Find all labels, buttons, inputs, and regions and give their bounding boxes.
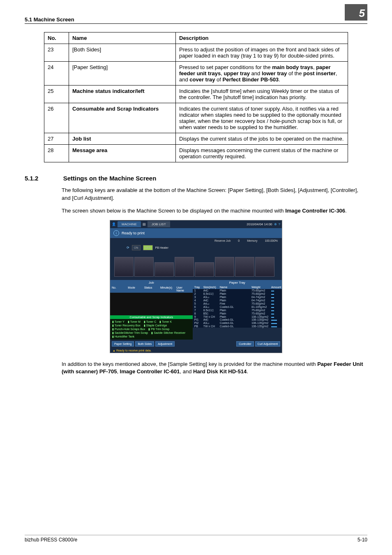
table-row: 23[Both Sides]Press to adjust the positi…	[44, 44, 348, 62]
tray-row: 4A4▯Plain64-74g/m2▬	[193, 299, 282, 302]
refresh-icon[interactable]: ⟳	[127, 246, 129, 250]
info-icon: i	[113, 230, 119, 236]
tray-row: 5A4▭Fine75-80g/m2▬	[193, 302, 282, 305]
reserve-job-label: Reserve Job	[214, 239, 231, 242]
section-heading: 5.1.2 Settings on the Machine Screen	[25, 175, 367, 182]
memory-label: Memory	[247, 239, 257, 242]
tab-machine[interactable]: MACHINE	[118, 221, 141, 227]
table-row: 25Machine status indicator/leftIndicates…	[44, 86, 348, 103]
machine-diagram	[114, 252, 274, 277]
col-name: Name	[69, 32, 176, 44]
adjustment-button[interactable]: Adjustment	[155, 341, 175, 347]
col-no: No.	[44, 32, 69, 44]
section-title: Settings on the Machine Screen	[63, 175, 157, 182]
tab-job-list[interactable]: JOB LIST	[148, 221, 170, 227]
col-desc: Description	[176, 32, 348, 44]
memory-percent: 100.000%	[265, 239, 278, 242]
tray-row: 28.5x11▯Plain75-80g/m2▬	[193, 292, 282, 296]
curl-adjustment-button[interactable]: Curl Adjustment	[255, 341, 280, 347]
paragraph-2: The screen shown below is the Machine Sc…	[62, 207, 367, 215]
consumable-item: ▮ PB Trim Scrap	[148, 328, 169, 331]
consumable-item: ▮ Toner C	[144, 320, 156, 324]
consumable-item: ▮ Toner M	[128, 320, 141, 324]
machine-screen-screenshot: 👤 MACHINE ▤ JOB LIST 2010/04/04 14:00 ⊕ …	[110, 220, 282, 353]
table-row: 24[Paper Setting]Pressed to set paper co…	[44, 62, 348, 86]
heater-on-button[interactable]: ON	[132, 245, 141, 250]
paper-tray-header: Paper Tray	[193, 280, 282, 285]
consumable-item: ▮ Toner K	[159, 320, 172, 324]
message-area: i Ready to print	[110, 228, 282, 238]
consumable-item: ▮ Humidifier Tank	[112, 335, 134, 338]
tray-row: 78.5x11▯Plain75-80g/m2▬	[193, 309, 282, 312]
controller-button[interactable]: Controller	[236, 341, 254, 347]
header-section-label: 5.1 Machine Screen	[25, 16, 345, 23]
paragraph-3: In addition to the keys mentioned above,…	[62, 361, 367, 376]
chapter-number-badge: 5	[345, 4, 367, 21]
table-row: 27Job listDisplays the current status of…	[44, 133, 348, 145]
consumable-item: ▮ Saddle Stitcher Receiver	[151, 331, 185, 335]
paragraph-1: The following keys are available at the …	[62, 187, 367, 202]
tray-row: PBTW x CHCoated-GL106-135g/m2▬▬	[193, 325, 282, 328]
tray-columns: TraySize(inch)NameWeightAmount	[193, 285, 282, 289]
person-icon: 👤	[112, 222, 116, 226]
section-number: 5.1.2	[25, 175, 62, 182]
tray-row: 9TW x CHPlain106-135g/m2▬	[193, 315, 282, 318]
timestamp: 2010/04/04 14:00	[247, 222, 272, 226]
heater-off-button[interactable]: OFF	[143, 245, 153, 250]
table-row: 28Message areaDisplays messages concerni…	[44, 145, 348, 162]
reserve-job-count: 0	[238, 239, 240, 242]
consumable-item: ▮ Staple Cartridge	[144, 324, 167, 327]
tray-row: 6A3▭Coated-GL81-105g/m2▬	[193, 305, 282, 309]
table-row: 26Consumable and Scrap IndicatorsIndicat…	[44, 103, 348, 133]
page-footer: bizhub PRESS C8000/e 5-10	[25, 535, 367, 543]
consumable-item: ▮ Toner Y	[112, 320, 125, 324]
tray-row: 8B5▯Plain75-80g/m2▬	[193, 312, 282, 315]
footer-page-number: 5-10	[357, 537, 367, 543]
consumable-header: Consumable and Scrap Indicators	[110, 315, 193, 319]
job-list-empty	[110, 293, 193, 315]
list-icon: ▤	[143, 222, 146, 226]
job-columns: No.ModeStatusMinute(s)User Name	[110, 285, 193, 293]
job-panel-header: Job	[110, 280, 193, 285]
tray-row: PI1A4▯Coated-GL106-135g/m2▬▬	[193, 318, 282, 321]
paper-setting-button[interactable]: Paper Setting	[112, 341, 134, 347]
tray-row: 1A4▯Plain75-80g/m2▬	[193, 289, 282, 292]
page-header: 5.1 Machine Screen 5	[25, 16, 367, 24]
footer-product: bizhub PRESS C8000/e	[25, 537, 77, 543]
status-bar: Ready to receive print data.	[110, 348, 282, 353]
consumable-indicators: ▮ Toner Y▮ Toner M▮ Toner C▮ Toner K▮ To…	[110, 319, 193, 340]
tray-row: PI2A3▭Coated-GL106-135g/m2▬▬	[193, 321, 282, 325]
tray-row: 3A3▭Plain64-74g/m2▬	[193, 296, 282, 299]
help-icon[interactable]: ?	[279, 222, 280, 226]
heater-label: PB Heater	[155, 246, 168, 249]
consumable-item: ▮ SaddleStitcher Trim Scrap	[112, 331, 148, 335]
both-sides-button[interactable]: Both Sides	[135, 341, 154, 347]
screen-items-table: No. Name Description 23[Both Sides]Press…	[44, 32, 348, 162]
consumable-item: ▮ Punch-Hole Scraps Box	[112, 328, 145, 331]
expand-icon[interactable]: ⊕	[274, 222, 277, 226]
consumable-item: ▮ Toner Recovery Box	[112, 324, 141, 327]
